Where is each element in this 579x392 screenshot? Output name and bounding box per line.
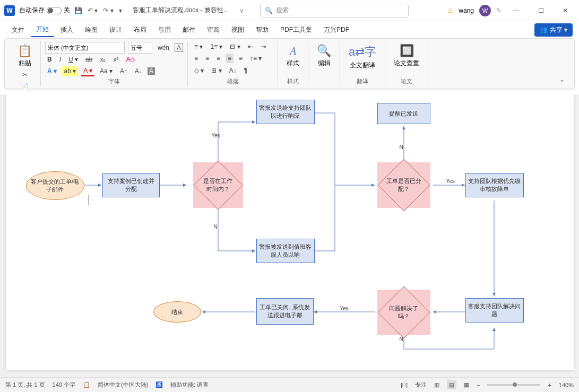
line-spacing-icon[interactable]: ↕≡ ▾	[248, 54, 264, 63]
tab-review[interactable]: 审阅	[202, 23, 225, 37]
cut-icon[interactable]: ✂	[20, 70, 30, 80]
tab-wanxing-pdf[interactable]: 万兴PDF	[318, 23, 355, 37]
tab-help[interactable]: 帮助	[250, 23, 274, 37]
zoom-slider[interactable]	[487, 384, 540, 386]
align-left-icon[interactable]: ≡	[192, 54, 200, 63]
node-end[interactable]: 结束	[153, 301, 201, 323]
toggle-switch[interactable]	[47, 7, 62, 14]
undo-icon[interactable]: ↶ ▾	[88, 7, 98, 14]
text-effects-icon[interactable]: A ▾	[45, 66, 59, 76]
shading-icon[interactable]: ◇ ▾	[192, 66, 206, 75]
decrease-indent-icon[interactable]: ⇤	[246, 42, 255, 51]
node-review[interactable]: 支持团队根据优先级审核故障单	[465, 173, 524, 197]
highlight-button[interactable]: ab ▾	[62, 66, 79, 76]
node-decision-hours[interactable]: 是否在工作时间内？	[193, 162, 243, 208]
zoom-out-icon[interactable]: −	[477, 382, 480, 388]
dedup-button[interactable]: 🔲 论文查重	[390, 42, 424, 70]
grow-font-icon[interactable]: A↑	[118, 66, 129, 76]
node-alert-team[interactable]: 警报发送给支持团队以进行响应	[256, 100, 315, 124]
document-area[interactable]: 客户提交的工单/电子邮件 支持案例已创建并分配 是否在工作时间内？ 警报发送给支…	[0, 94, 579, 377]
font-size-select[interactable]	[128, 42, 152, 54]
node-resolve[interactable]: 客服支持团队解决问题	[465, 298, 524, 323]
align-center-icon[interactable]: ≡	[203, 54, 211, 63]
character-border-icon[interactable]: A	[175, 43, 183, 52]
read-mode-icon[interactable]: ▥	[434, 381, 439, 388]
distribute-icon[interactable]: ≡	[237, 54, 245, 63]
node-create[interactable]: 支持案例已创建并分配	[102, 173, 160, 197]
save-icon[interactable]: 💾	[74, 7, 82, 14]
superscript-button[interactable]: x²	[111, 55, 120, 64]
translate-label: 翻译	[344, 77, 381, 85]
tab-home[interactable]: 开始	[31, 23, 54, 37]
tab-insert[interactable]: 插入	[55, 23, 79, 37]
search-box[interactable]: 🔍 搜索	[260, 4, 409, 18]
multilevel-icon[interactable]: ⊟ ▾	[228, 42, 242, 51]
tab-file[interactable]: 文件	[6, 23, 30, 37]
redo-icon[interactable]: ↷ ▾	[103, 7, 113, 14]
pen-icon[interactable]: ✎	[496, 7, 502, 14]
font-color-button[interactable]: A ▾	[81, 66, 94, 76]
bold-button[interactable]: B	[45, 55, 54, 64]
tab-pdf-tools[interactable]: PDF工具集	[275, 23, 317, 37]
tab-view[interactable]: 视图	[226, 23, 249, 37]
autosave-toggle[interactable]: 自动保存 关	[19, 6, 70, 15]
word-count[interactable]: 140 个字	[53, 381, 75, 389]
borders-icon[interactable]: ⊞ ▾	[209, 66, 223, 75]
clear-format-icon[interactable]: A◇	[124, 55, 137, 64]
zoom-level[interactable]: 140%	[559, 382, 574, 388]
node-start[interactable]: 客户提交的工单/电子邮件	[26, 171, 84, 200]
a11y-status[interactable]: 辅助功能: 调查	[170, 381, 209, 389]
title-dropdown-icon[interactable]: ∨	[239, 7, 244, 14]
paste-button[interactable]: 📋 粘贴	[13, 42, 36, 70]
node-alert-oncall[interactable]: 警报被发送到值班客服人员以响	[256, 239, 315, 263]
a11y-icon[interactable]: ♿	[155, 381, 163, 388]
show-marks-icon[interactable]: ¶	[242, 66, 249, 75]
enclose-char-icon[interactable]: A	[148, 67, 155, 75]
focus-mode[interactable]: 专注	[415, 381, 427, 389]
collapse-ribbon-icon[interactable]: ⌄	[554, 41, 570, 86]
node-decision-assigned[interactable]: 工单是否已分配？	[377, 162, 430, 208]
tab-design[interactable]: 设计	[104, 23, 127, 37]
underline-button[interactable]: U ▾	[66, 55, 80, 64]
font-name-select[interactable]	[45, 42, 125, 54]
minimize-button[interactable]: —	[507, 3, 526, 18]
tab-draw[interactable]: 绘图	[80, 23, 103, 37]
strikethrough-button[interactable]: ab	[83, 55, 94, 64]
page-count[interactable]: 第 1 页, 共 1 页	[5, 381, 45, 389]
tab-mailings[interactable]: 邮件	[177, 23, 201, 37]
copy-icon[interactable]: 📄	[19, 82, 31, 91]
language-status[interactable]: 简体中文(中国大陆)	[98, 381, 148, 389]
zoom-in-icon[interactable]: +	[548, 382, 551, 388]
change-case-icon[interactable]: Aa ▾	[98, 66, 115, 76]
text-predict-icon[interactable]: 📋	[83, 381, 90, 388]
shrink-font-icon[interactable]: A↓	[133, 66, 144, 76]
close-button[interactable]: ✕	[556, 3, 575, 18]
share-button[interactable]: 👥 共享 ▾	[534, 23, 573, 37]
avatar[interactable]: W	[479, 5, 491, 16]
editing-label	[313, 79, 335, 85]
bullets-icon[interactable]: ≡ ▾	[192, 42, 205, 51]
subscript-button[interactable]: x₂	[98, 55, 108, 64]
warning-icon[interactable]: ⚠	[447, 7, 453, 14]
italic-button[interactable]: I	[57, 55, 63, 64]
print-layout-icon[interactable]: ▤	[447, 380, 456, 389]
focus-icon[interactable]: [□]	[401, 382, 408, 388]
sort-icon[interactable]: A↓	[227, 66, 239, 75]
paragraph-label: 段落	[192, 77, 273, 85]
align-right-icon[interactable]: ≡	[214, 54, 222, 63]
increase-indent-icon[interactable]: ⇥	[258, 42, 268, 51]
node-close[interactable]: 工单已关闭, 系统发送跟进电子邮	[256, 298, 314, 325]
numbering-icon[interactable]: 1≡ ▾	[208, 42, 224, 51]
tab-references[interactable]: 引用	[153, 23, 176, 37]
justify-icon[interactable]: ≡	[226, 54, 234, 63]
phonetic-guide-icon[interactable]: wén	[155, 43, 171, 53]
node-decision-solved[interactable]: 问题解决了吗？	[377, 290, 430, 335]
qat-more-icon[interactable]: ▾	[119, 7, 122, 14]
editing-button[interactable]: 🔍 编辑	[313, 42, 335, 70]
styles-button[interactable]: 𝐴 样式	[282, 42, 304, 70]
maximize-button[interactable]: ☐	[531, 3, 550, 18]
tab-layout[interactable]: 布局	[128, 23, 152, 37]
translate-button[interactable]: a⇄字 全文翻译	[344, 42, 381, 72]
web-layout-icon[interactable]: ▦	[464, 381, 469, 388]
node-reminder[interactable]: 提醒已发送	[377, 103, 430, 124]
